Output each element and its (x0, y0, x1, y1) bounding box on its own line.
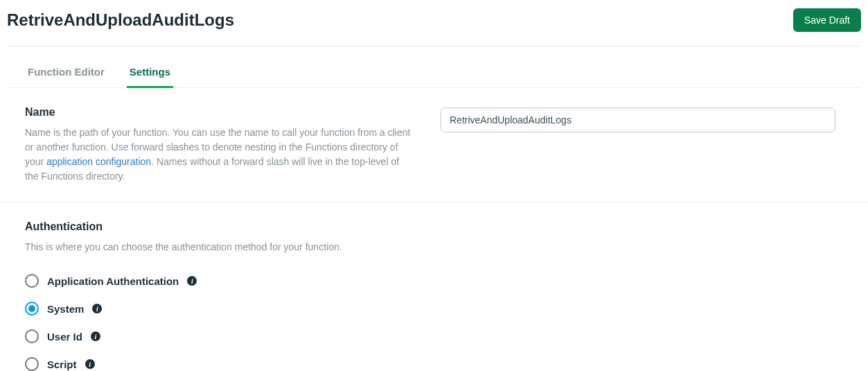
name-description: Name is the path of your function. You c… (25, 126, 413, 184)
radio-icon (25, 357, 39, 371)
info-icon[interactable]: i (91, 331, 100, 341)
authentication-section: Authentication This is where you can cho… (0, 202, 868, 371)
name-heading: Name (25, 106, 413, 119)
page-title: RetriveAndUploadAuditLogs (7, 10, 234, 30)
auth-option-label: User Id (47, 331, 82, 343)
tab-bar: Function Editor Settings (7, 59, 861, 88)
tab-settings[interactable]: Settings (127, 59, 173, 88)
tab-function-editor[interactable]: Function Editor (25, 59, 107, 88)
auth-option-system[interactable]: System i (25, 295, 843, 322)
auth-option-user-id[interactable]: User Id i (25, 322, 843, 350)
auth-description: This is where you can choose the authent… (25, 240, 413, 254)
info-icon[interactable]: i (92, 304, 102, 313)
application-configuration-link[interactable]: application configuration (46, 156, 151, 167)
auth-option-script[interactable]: Script i (25, 350, 843, 371)
name-section: Name Name is the path of your function. … (0, 88, 868, 202)
info-icon[interactable]: i (187, 276, 197, 286)
info-icon[interactable]: i (85, 359, 95, 369)
auth-option-label: Script (47, 359, 77, 370)
radio-icon (25, 329, 39, 343)
radio-icon (25, 274, 39, 288)
header-divider (7, 46, 861, 46)
function-name-input[interactable] (441, 107, 835, 132)
auth-heading: Authentication (25, 221, 843, 233)
save-draft-button[interactable]: Save Draft (793, 8, 861, 32)
radio-icon (25, 302, 39, 316)
auth-option-label: Application Authentication (47, 275, 179, 287)
auth-option-label: System (47, 303, 84, 315)
page-header: RetriveAndUploadAuditLogs Save Draft (0, 0, 868, 46)
auth-radio-group: Application Authentication i System i Us… (25, 267, 843, 371)
auth-option-application[interactable]: Application Authentication i (25, 267, 843, 295)
